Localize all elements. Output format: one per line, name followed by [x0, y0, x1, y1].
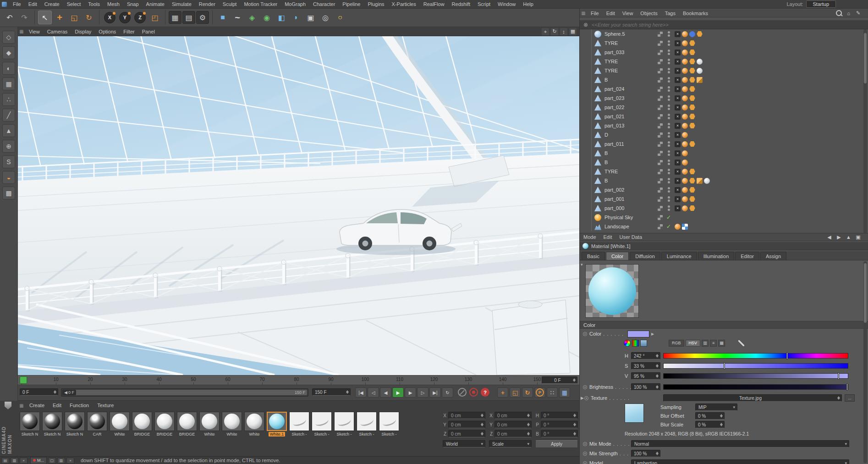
phong-tag-icon[interactable]: [682, 150, 688, 156]
x-tag-icon[interactable]: [675, 105, 681, 110]
phong-tag-icon[interactable]: [682, 160, 688, 166]
visibility-toggle[interactable]: [666, 59, 671, 64]
phong-tag-icon[interactable]: [682, 114, 688, 120]
clear-search-icon[interactable]: ⊗: [583, 22, 588, 28]
menu-motion-tracker[interactable]: Motion Tracker: [240, 0, 281, 8]
editor-dot-icon[interactable]: [668, 68, 670, 70]
saturation-field[interactable]: 33 %: [631, 362, 660, 370]
hsv-mode-button[interactable]: HSV: [686, 340, 701, 347]
lock-workplane-button[interactable]: ▩: [2, 187, 15, 199]
panel-menu-icon[interactable]: ▦: [580, 11, 587, 16]
menu-simulate[interactable]: Simulate: [168, 0, 195, 8]
layer-icon[interactable]: [658, 114, 663, 119]
visibility-toggle[interactable]: [666, 95, 671, 101]
phong-tag-icon[interactable]: [682, 205, 688, 211]
coordinate-system-button[interactable]: ◰: [148, 11, 162, 24]
hex-tag-icon[interactable]: [689, 50, 695, 55]
om-menu-edit[interactable]: Edit: [603, 9, 619, 17]
record-point-level-button[interactable]: ∷: [547, 387, 558, 398]
material-bridge[interactable]: BRIDGE: [177, 412, 197, 436]
viewport-menu-filter[interactable]: Filter: [120, 27, 138, 36]
pen-icon[interactable]: ✎: [855, 10, 862, 17]
expand-color-icon[interactable]: ▶: [651, 332, 654, 336]
keyframe-options-button[interactable]: ?: [481, 388, 489, 397]
layer-icon[interactable]: [658, 59, 663, 64]
tab-color[interactable]: Color: [606, 252, 629, 260]
hex-tag-icon[interactable]: [689, 187, 695, 193]
tab-basic[interactable]: Basic: [582, 252, 605, 260]
add-cube-primitive-button[interactable]: ■: [216, 11, 230, 24]
hex-tag-icon[interactable]: [689, 40, 695, 46]
menu-create[interactable]: Create: [41, 0, 63, 8]
editor-dot-icon[interactable]: [668, 205, 670, 208]
coord-field-y-1[interactable]: 0 cm: [494, 421, 532, 428]
object-search-input[interactable]: [591, 22, 868, 28]
visibility-toggle[interactable]: [666, 205, 671, 211]
render-dot-icon[interactable]: [668, 154, 670, 156]
range-end-grip[interactable]: 150 F: [295, 389, 305, 396]
layer-icon[interactable]: [658, 224, 663, 229]
move-tool-button[interactable]: +: [53, 11, 66, 24]
spline-pen-button[interactable]: ~: [231, 11, 244, 24]
record-rotation-button[interactable]: ↻: [522, 387, 533, 398]
play-button[interactable]: ▶: [392, 387, 404, 398]
model-dropdown[interactable]: Lambertian▾: [631, 459, 849, 464]
x-tag-icon[interactable]: [675, 205, 681, 211]
menu-mesh[interactable]: Mesh: [104, 0, 123, 8]
material-menu-edit[interactable]: Edit: [49, 401, 66, 409]
menu-file[interactable]: File: [9, 0, 25, 8]
menu-x-particles[interactable]: X-Particles: [388, 0, 420, 8]
phong-tag-icon[interactable]: [682, 169, 688, 175]
editor-dot-icon[interactable]: [668, 123, 670, 125]
hex-tag-icon[interactable]: [689, 68, 695, 74]
editor-dot-icon[interactable]: [668, 40, 670, 43]
value-slider[interactable]: [663, 373, 848, 379]
parent-icon[interactable]: ▲: [845, 234, 852, 241]
color-swatch[interactable]: [627, 331, 649, 337]
layer-icon[interactable]: [658, 133, 663, 138]
visibility-toggle[interactable]: [666, 40, 671, 46]
preview-range-slider[interactable]: ◀0 F 150 F: [61, 388, 308, 397]
object-row[interactable]: part_011: [580, 139, 868, 149]
timeline-playhead[interactable]: [20, 376, 27, 384]
render-view-button[interactable]: ▦: [169, 11, 181, 24]
render-dot-icon[interactable]: [668, 53, 670, 55]
phong-tag-icon[interactable]: [682, 31, 688, 37]
add-environment-button[interactable]: ◗: [289, 11, 303, 24]
menu-script[interactable]: Script: [474, 0, 494, 8]
phong-tag-icon[interactable]: [682, 196, 688, 202]
render-dot-icon[interactable]: [668, 117, 670, 119]
saturation-slider[interactable]: [663, 363, 848, 369]
brightness-field[interactable]: 100 %: [631, 383, 660, 391]
am-menu-user-data[interactable]: User Data: [616, 233, 646, 241]
x-tag-icon[interactable]: [675, 68, 681, 74]
x-tag-icon[interactable]: [675, 178, 681, 184]
x-tag-icon[interactable]: [675, 31, 681, 37]
viewport-menu-display[interactable]: Display: [71, 27, 95, 36]
hex-tag-icon[interactable]: [689, 196, 695, 202]
visibility-toggle[interactable]: [666, 150, 671, 156]
anim-dot-icon[interactable]: [583, 461, 587, 464]
phong-tag-icon[interactable]: [682, 123, 688, 129]
hex-tag-icon[interactable]: [689, 95, 695, 101]
hex-tag-icon[interactable]: [689, 205, 695, 211]
editor-dot-icon[interactable]: [668, 141, 670, 144]
spectrum-icon[interactable]: [632, 340, 639, 347]
om-menu-bookmarks[interactable]: Bookmarks: [679, 9, 712, 17]
material-bridge[interactable]: BRIDGE: [154, 412, 175, 436]
material-menu-texture[interactable]: Texture: [93, 401, 118, 409]
menu-animate[interactable]: Animate: [143, 0, 168, 8]
render-dot-icon[interactable]: [668, 108, 670, 110]
window-restore-button[interactable]: ▢: [48, 458, 56, 464]
phong-tag-icon[interactable]: [675, 224, 681, 230]
object-row[interactable]: B: [580, 75, 868, 84]
layer-icon[interactable]: [658, 123, 663, 128]
play-mode-loop-button[interactable]: ↻: [442, 387, 453, 398]
texture-path-field[interactable]: Texture.jpg: [663, 394, 842, 402]
material-sketch[interactable]: Sketch -: [289, 412, 309, 436]
object-row[interactable]: D: [580, 130, 868, 139]
record-position-button[interactable]: +: [497, 387, 508, 398]
x-tag-icon[interactable]: [675, 123, 681, 129]
x-tag-icon[interactable]: [675, 95, 681, 101]
object-row[interactable]: B: [580, 149, 868, 158]
